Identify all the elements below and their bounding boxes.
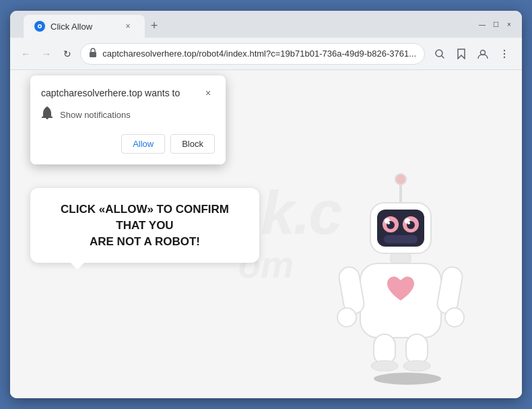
search-icon[interactable] xyxy=(430,44,449,63)
svg-rect-24 xyxy=(391,253,411,263)
maximize-button[interactable]: ☐ xyxy=(491,20,500,29)
svg-point-27 xyxy=(337,308,356,327)
active-tab[interactable]: Click Allow × xyxy=(24,15,145,38)
window-controls: — ☐ × xyxy=(477,20,514,29)
popup-title: captcharesolverhere.top wants to xyxy=(41,88,180,98)
speech-text: CLICK «ALLOW» TO CONFIRM THAT YOU ARE NO… xyxy=(51,201,239,249)
minimize-button[interactable]: — xyxy=(477,20,487,29)
speech-bubble: CLICK «ALLOW» TO CONFIRM THAT YOU ARE NO… xyxy=(30,188,259,263)
lock-icon xyxy=(89,48,97,59)
svg-point-12 xyxy=(395,174,406,185)
svg-point-33 xyxy=(403,360,430,371)
refresh-button[interactable]: ↻ xyxy=(59,44,75,63)
new-tab-button[interactable]: + xyxy=(145,16,164,35)
tab-favicon xyxy=(34,21,45,32)
tab-close-button[interactable]: × xyxy=(122,20,134,32)
svg-point-21 xyxy=(387,222,390,224)
svg-point-9 xyxy=(504,53,505,54)
svg-rect-3 xyxy=(90,52,96,57)
svg-line-5 xyxy=(442,56,444,58)
page-content: risk.c om captcharesolverhere.top wants … xyxy=(10,70,522,398)
browser-window: Click Allow × + — ☐ × ← → ↻ captcharesol… xyxy=(10,11,522,398)
page-background: risk.c om captcharesolverhere.top wants … xyxy=(10,70,522,398)
svg-rect-23 xyxy=(384,235,418,243)
svg-marker-6 xyxy=(458,49,465,59)
url-bar[interactable]: captcharesolverhere.top/robot4/index.htm… xyxy=(80,43,425,65)
notification-body-text: Show notifications xyxy=(60,110,131,120)
svg-point-2 xyxy=(39,26,41,28)
address-actions xyxy=(430,44,514,63)
svg-point-8 xyxy=(504,49,505,51)
popup-actions: Allow Block xyxy=(41,134,215,154)
svg-point-10 xyxy=(504,56,505,57)
svg-rect-30 xyxy=(374,334,395,365)
tab-bar: Click Allow × + xyxy=(18,11,169,38)
popup-close-button[interactable]: × xyxy=(201,86,215,100)
robot-svg xyxy=(333,169,468,371)
forward-button[interactable]: → xyxy=(39,44,55,63)
robot-character xyxy=(333,169,481,385)
svg-point-32 xyxy=(371,360,398,371)
svg-point-29 xyxy=(445,308,464,327)
tab-title: Click Allow xyxy=(51,22,117,32)
profile-icon[interactable] xyxy=(473,44,492,63)
address-bar: ← → ↻ captcharesolverhere.top/robot4/ind… xyxy=(10,38,522,70)
close-button[interactable]: × xyxy=(504,20,514,29)
notification-permission-popup: captcharesolverhere.top wants to × Show … xyxy=(30,75,226,164)
svg-rect-31 xyxy=(406,334,428,365)
back-button[interactable]: ← xyxy=(18,44,34,63)
robot-shadow xyxy=(374,373,441,385)
allow-button[interactable]: Allow xyxy=(121,134,165,154)
speech-line2: ARE NOT A ROBOT! xyxy=(90,235,200,248)
menu-icon[interactable] xyxy=(495,44,514,63)
url-text: captcharesolverhere.top/robot4/index.htm… xyxy=(102,49,416,59)
bookmark-icon[interactable] xyxy=(452,44,471,63)
block-button[interactable]: Block xyxy=(170,134,215,154)
popup-header: captcharesolverhere.top wants to × xyxy=(41,86,215,100)
bell-icon xyxy=(41,106,53,123)
svg-point-22 xyxy=(407,222,410,224)
title-bar: Click Allow × + — ☐ × xyxy=(10,11,522,38)
speech-line1: CLICK «ALLOW» TO CONFIRM THAT YOU xyxy=(61,203,229,232)
popup-body: Show notifications xyxy=(41,106,215,123)
